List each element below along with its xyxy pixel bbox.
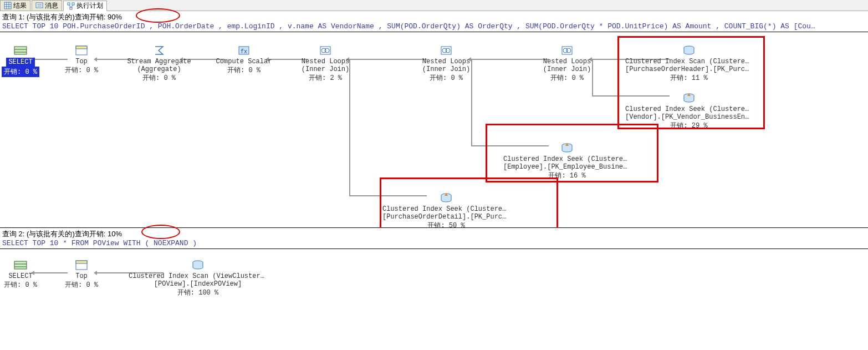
query2-header: 查询 2: (与该批有关的)查询开销: 10% SELECT TOP 10 * … — [0, 228, 868, 249]
svg-rect-37 — [76, 261, 87, 263]
svg-rect-9 — [72, 3, 74, 5]
tab-results[interactable]: 结果 — [0, 0, 30, 11]
svg-rect-17 — [76, 46, 87, 49]
plan2-node-top[interactable]: Top 开销: 0 % — [18, 259, 145, 290]
nestedloop-op-icon — [439, 44, 453, 57]
annotation-ellipse-2 — [141, 225, 180, 239]
svg-rect-20 — [320, 47, 330, 54]
plan2-node-scan[interactable]: Clustered Index Scan (ViewClustered) [PO… — [129, 259, 267, 297]
nl3-label: Nested Loops — [503, 58, 631, 65]
plan-node-nl3[interactable]: Nested Loops (Inner Join) 开销: 0 % — [503, 44, 631, 83]
query1-cost-line: 查询 1: (与该批有关的)查询开销: 90% — [2, 12, 866, 22]
query2-sql: SELECT TOP 10 * FROM POView WITH ( NOEXP… — [2, 239, 866, 247]
indexscan-op-icon — [191, 259, 205, 271]
annotation-ellipse-1 — [136, 8, 180, 23]
svg-text:fx: fx — [241, 49, 247, 55]
nl1-label: Nested Loops — [262, 58, 389, 65]
p2-top-label: Top — [18, 272, 145, 280]
nl1-cost: 开销: 2 % — [262, 73, 389, 83]
grid-icon — [4, 2, 12, 9]
p2-scan-cost: 开销: 100 % — [129, 288, 267, 297]
nl2-sub: (Inner Join) — [382, 65, 510, 73]
svg-rect-23 — [441, 47, 451, 54]
plan2-canvas[interactable]: SELECT 开销: 0 % Top 开销: 0 % Clustered Ind… — [0, 249, 868, 349]
query1-header: 查询 1: (与该批有关的)查询开销: 90% SELECT TOP 10 PO… — [0, 11, 868, 32]
tab-messages[interactable]: 消息 — [32, 0, 62, 11]
tab-bar: 结果 消息 执行计划 — [0, 0, 868, 11]
nl2-cost: 开销: 0 % — [382, 73, 510, 83]
nl2-label: Nested Loops — [382, 58, 510, 65]
tab-plan-label: 执行计划 — [76, 1, 103, 11]
svg-line-12 — [71, 5, 73, 7]
plan1-canvas[interactable]: SELECT 开销: 0 % Top 开销: 0 % Stream Aggreg… — [0, 32, 868, 228]
message-icon — [35, 2, 43, 9]
top-op-icon — [74, 44, 89, 57]
tab-results-label: 结果 — [13, 1, 27, 11]
svg-line-11 — [69, 5, 71, 7]
annotation-box-1 — [617, 36, 765, 129]
p2-scan-obj: [POView].[IndexPOView] — [129, 280, 267, 288]
plan-icon — [67, 2, 75, 10]
svg-rect-8 — [68, 3, 70, 5]
nl1-sub: (Inner Join) — [262, 65, 389, 73]
svg-rect-10 — [70, 7, 72, 9]
plan-node-nl1[interactable]: Nested Loops (Inner Join) 开销: 2 % — [262, 44, 389, 83]
plan-node-nl2[interactable]: Nested Loops (Inner Join) 开销: 0 % — [382, 44, 510, 83]
scalar-op-icon: fx — [237, 44, 251, 57]
annotation-box-2 — [486, 124, 658, 182]
top-op-icon — [74, 259, 89, 271]
tab-messages-label: 消息 — [45, 1, 58, 11]
tab-execution-plan[interactable]: 执行计划 — [63, 1, 107, 11]
svg-rect-26 — [562, 47, 572, 54]
nl3-cost: 开销: 0 % — [503, 73, 631, 83]
aggregate-op-icon — [152, 44, 166, 57]
nl3-sub: (Inner Join) — [503, 65, 631, 73]
p2-scan-label: Clustered Index Scan (ViewClustered) — [129, 272, 267, 280]
p2-top-cost: 开销: 0 % — [18, 280, 145, 290]
svg-rect-0 — [4, 2, 11, 9]
query1-sql: SELECT TOP 10 POH.PurchaseOrderID , POH.… — [2, 22, 866, 31]
nestedloop-op-icon — [560, 44, 574, 57]
query2-cost-line: 查询 2: (与该批有关的)查询开销: 10% — [2, 229, 866, 239]
nestedloop-op-icon — [318, 44, 333, 57]
svg-rect-5 — [36, 3, 43, 8]
